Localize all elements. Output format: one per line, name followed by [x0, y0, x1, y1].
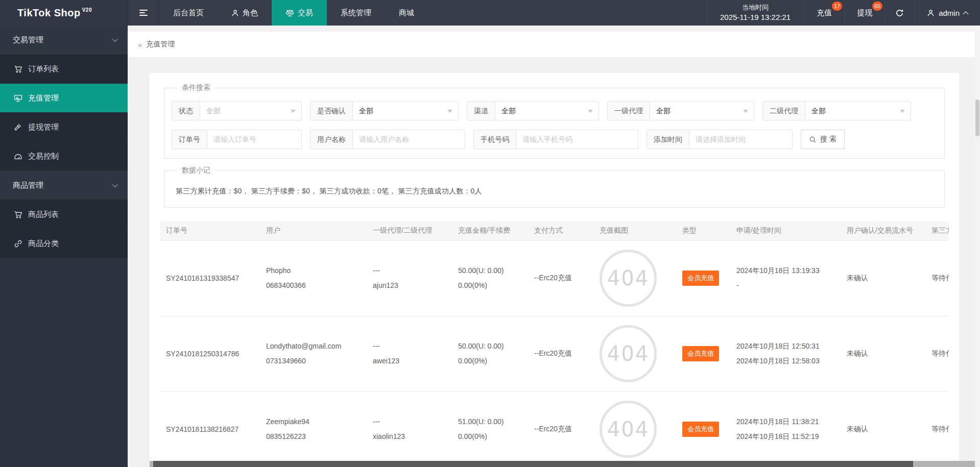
nav-item-mall[interactable]: 商城	[385, 0, 428, 26]
cell-pay-method: --Erc20充值	[534, 316, 600, 391]
chevron-down-icon	[743, 110, 748, 115]
user-phone: 0683400366	[266, 280, 369, 291]
chevron-down-icon	[112, 36, 118, 42]
filter-select-confirmed[interactable]: 是否确认 全部	[310, 101, 459, 120]
user-name: Zeempiake94	[266, 416, 369, 427]
screenshot-404-placeholder[interactable]: 404	[600, 250, 657, 307]
cart-icon	[14, 65, 22, 73]
filter-select-channel[interactable]: 渠道 全部	[467, 101, 599, 120]
sidebar-item-label: 订单列表	[28, 64, 59, 74]
sidebar-group-trade-management[interactable]: 交易管理	[0, 26, 128, 55]
sidebar-filler	[0, 258, 128, 467]
summary-fieldset: 数据小记 第三方累计充值：$0， 第三方手续费：$0， 第三方成功收款：0笔， …	[164, 166, 945, 208]
filter-label: 状态	[172, 102, 200, 120]
horizontal-scrollbar[interactable]	[150, 461, 980, 467]
cell-pay-method: --Erc20充值	[534, 391, 600, 467]
cell-user: Londythato@gmail.com 0731349660	[266, 316, 373, 391]
user-menu[interactable]: admin	[914, 0, 980, 26]
search-icon	[809, 136, 817, 143]
sidebar-item-trade-control[interactable]: 交易控制	[0, 142, 128, 171]
cell-type: 会员充值	[682, 391, 736, 467]
filter-value: 全部	[650, 102, 743, 120]
refresh-button[interactable]	[885, 0, 914, 26]
filter-value: 全部	[200, 102, 291, 120]
top-navbar: TikTok ShopV20 后台首页 角色 交易 系统管理 商城 当地时间 2…	[0, 0, 980, 26]
filter-label: 手机号码	[474, 130, 516, 149]
filter-label: 二级代理	[763, 102, 805, 120]
col-header-order-no: 订单号	[160, 221, 266, 240]
user-name-input[interactable]	[353, 130, 465, 149]
cell-order-no: SY2410181138216827	[160, 391, 266, 467]
cell-third-party: 等待付款	[931, 391, 949, 467]
sidebar: 交易管理 订单列表 充值管理 提现管理 交易控制 商品管理 商品列表	[0, 26, 128, 467]
sidebar-item-recharge-management[interactable]: 充值管理	[0, 84, 128, 113]
agent-level2: xiaolin123	[373, 431, 454, 442]
filter-label: 渠道	[467, 102, 495, 120]
cell-user: Zeempiake94 0835126223	[266, 391, 373, 467]
col-header-type: 类型	[682, 221, 736, 240]
nav-item-system[interactable]: 系统管理	[327, 0, 385, 26]
gavel-icon	[14, 123, 22, 132]
filter-value: 全部	[353, 102, 447, 120]
screenshot-404-placeholder[interactable]: 404	[600, 401, 657, 458]
nav-item-label: 角色	[243, 8, 258, 18]
sidebar-item-label: 交易控制	[28, 152, 59, 161]
filter-label: 是否确认	[310, 102, 353, 120]
vertical-scrollbar-thumb[interactable]	[975, 100, 979, 136]
nav-item-dashboard[interactable]: 后台首页	[159, 0, 218, 26]
filter-input-add-time: 添加时间	[647, 130, 793, 149]
recharge-count-badge: 17	[832, 2, 842, 11]
add-time-input[interactable]	[689, 130, 792, 149]
filter-input-order-no: 订单号	[172, 130, 302, 149]
order-no-input[interactable]	[207, 130, 301, 149]
type-badge: 会员充值	[682, 346, 719, 361]
recharge-fee: 0.00(0%)	[458, 431, 530, 442]
user-name: Londythato@gmail.com	[266, 341, 369, 352]
sidebar-toggle-button[interactable]	[128, 0, 159, 26]
recharge-shortcut[interactable]: 充值 17	[804, 0, 844, 26]
table-row: SY2410181319338547 Phopho 0683400366 ---…	[160, 240, 949, 316]
agent-level1: ---	[373, 341, 454, 352]
handle-time: 2024年10月18日 11:52:19	[736, 431, 843, 442]
cell-order-no: SY2410181319338547	[160, 240, 266, 316]
apply-time: 2024年10月18日 12:50:31	[736, 341, 843, 352]
refresh-icon	[895, 9, 904, 17]
filter-select-agent-level2[interactable]: 二级代理 全部	[762, 101, 911, 120]
user-icon	[927, 9, 935, 17]
search-button[interactable]: 搜 索	[801, 130, 845, 149]
sidebar-item-order-list[interactable]: 订单列表	[0, 55, 128, 84]
filter-value: 全部	[805, 102, 900, 120]
agent-level2: ajun123	[373, 280, 454, 291]
link-icon	[14, 239, 22, 248]
withdraw-count-badge: 65	[872, 2, 882, 11]
sidebar-group-goods-management[interactable]: 商品管理	[0, 171, 128, 200]
withdraw-shortcut[interactable]: 提现 65	[844, 0, 885, 26]
nav-item-label: 商城	[399, 8, 414, 18]
recharge-amount: 50.00(U: 0.00)	[458, 265, 530, 276]
horizontal-scrollbar-thumb[interactable]	[153, 461, 913, 467]
filter-input-user-name: 用户名称	[310, 130, 465, 149]
sidebar-item-goods-list[interactable]: 商品列表	[0, 200, 128, 229]
cell-confirm: 未确认	[847, 240, 931, 316]
recharge-table: 订单号 用户 一级代理/二级代理 充值金额/手续费 支付方式 充值截图 类型 申…	[160, 221, 949, 467]
col-header-pay-method: 支付方式	[534, 221, 600, 240]
sidebar-item-label: 商品列表	[28, 210, 59, 219]
breadcrumb: » 充值管理	[128, 32, 975, 57]
type-badge: 会员充值	[682, 271, 719, 286]
col-header-time: 申请/处理时间	[736, 221, 847, 240]
nav-item-trade[interactable]: 交易	[272, 0, 327, 26]
filter-select-status[interactable]: 状态 全部	[172, 101, 302, 120]
sidebar-item-withdraw-management[interactable]: 提现管理	[0, 113, 128, 142]
sidebar-item-goods-category[interactable]: 商品分类	[0, 229, 128, 258]
recharge-amount: 50.00(U: 0.00)	[458, 341, 530, 352]
filter-select-agent-level1[interactable]: 一级代理 全部	[607, 101, 754, 120]
summary-legend: 数据小记	[178, 166, 214, 175]
cart-icon	[14, 210, 22, 219]
nav-item-roles[interactable]: 角色	[218, 0, 272, 26]
phone-input[interactable]	[516, 130, 638, 149]
screenshot-404-placeholder[interactable]: 404	[600, 325, 657, 382]
main-content: » 充值管理 条件搜索 状态 全部 是否确认 全部	[128, 26, 980, 467]
col-header-confirm: 用户确认/交易流水号	[847, 221, 931, 240]
search-legend: 条件搜索	[178, 83, 214, 92]
vertical-scrollbar[interactable]	[975, 26, 980, 467]
